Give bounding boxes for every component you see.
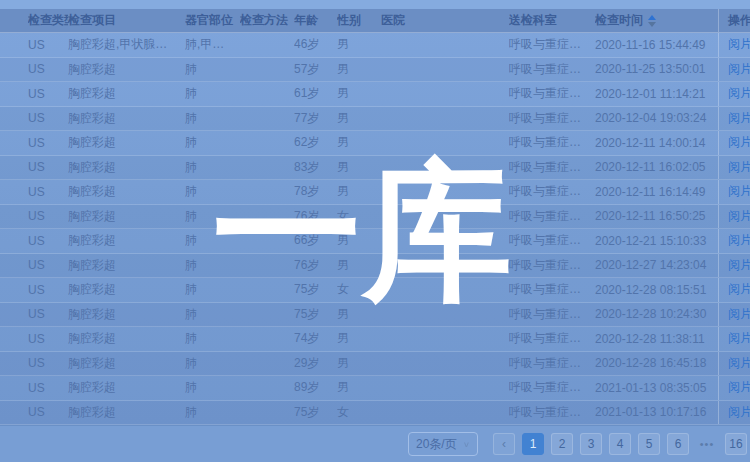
cell-gender: 男 xyxy=(337,330,381,347)
view-film-link[interactable]: 阅片 xyxy=(728,85,750,102)
page-size-select[interactable]: 20条/页 ∨ xyxy=(408,432,478,456)
col-header-exam-method: 检查方法 xyxy=(240,12,294,29)
sort-caret-up-icon xyxy=(648,15,656,20)
view-film-link[interactable]: 阅片 xyxy=(728,208,750,225)
table-row: US 胸腔彩超 肺 76岁 男 呼吸与重症医... 2020-12-27 14:… xyxy=(0,254,750,279)
cell-exam-item: 胸腔彩超 xyxy=(68,208,185,225)
cell-action: 阅片 xyxy=(718,33,750,57)
cell-organ-site: 肺 xyxy=(185,61,240,78)
cell-exam-item: 胸腔彩超 xyxy=(68,404,185,421)
page-button-16[interactable]: 16 xyxy=(725,433,747,455)
prev-page-button[interactable]: ‹ xyxy=(493,433,515,455)
cell-age: 78岁 xyxy=(294,183,337,200)
cell-exam-item: 胸腔彩超 xyxy=(68,61,185,78)
table-body: US 胸腔彩超,甲状腺彩超 肺,甲状... 46岁 男 呼吸与重症医... 20… xyxy=(0,33,750,425)
view-film-link[interactable]: 阅片 xyxy=(728,232,750,249)
cell-exam-type: US xyxy=(28,62,68,76)
cell-organ-site: 肺 xyxy=(185,208,240,225)
cell-exam-type: US xyxy=(28,258,68,272)
view-film-link[interactable]: 阅片 xyxy=(728,379,750,396)
cell-action: 阅片 xyxy=(718,254,750,278)
view-film-link[interactable]: 阅片 xyxy=(728,306,750,323)
cell-exam-type: US xyxy=(28,209,68,223)
cell-age: 29岁 xyxy=(294,355,337,372)
col-header-gender: 性别 xyxy=(337,12,381,29)
cell-organ-site: 肺 xyxy=(185,355,240,372)
cell-exam-item: 胸腔彩超,甲状腺彩超 xyxy=(68,36,185,53)
col-header-sending-dept: 送检科室 xyxy=(509,12,595,29)
cell-action: 阅片 xyxy=(718,107,750,131)
col-header-exam-item: 检查项目 xyxy=(68,12,185,29)
view-film-link[interactable]: 阅片 xyxy=(728,134,750,151)
sorter-icon[interactable] xyxy=(648,15,656,27)
cell-exam-type: US xyxy=(28,356,68,370)
page-button-4[interactable]: 4 xyxy=(609,433,631,455)
cell-exam-time: 2020-12-21 15:10:33 xyxy=(595,234,718,248)
cell-age: 61岁 xyxy=(294,85,337,102)
cell-exam-time: 2020-12-28 16:45:18 xyxy=(595,356,718,370)
cell-organ-site: 肺 xyxy=(185,379,240,396)
page-button-6[interactable]: 6 xyxy=(667,433,689,455)
cell-age: 74岁 xyxy=(294,330,337,347)
exam-list-screen: 检查类型 检查项目 器官部位 检查方法 年龄 性别 医院 送检科室 检查时间 操… xyxy=(0,0,750,462)
cell-action: 阅片 xyxy=(718,131,750,155)
view-film-link[interactable]: 阅片 xyxy=(728,330,750,347)
cell-exam-time: 2020-12-01 11:14:21 xyxy=(595,87,718,101)
cell-exam-time: 2020-12-11 16:02:05 xyxy=(595,160,718,174)
cell-gender: 女 xyxy=(337,281,381,298)
cell-exam-type: US xyxy=(28,111,68,125)
cell-action: 阅片 xyxy=(718,205,750,229)
cell-exam-item: 胸腔彩超 xyxy=(68,134,185,151)
sort-caret-down-icon xyxy=(648,22,656,27)
view-film-link[interactable]: 阅片 xyxy=(728,61,750,78)
col-header-hospital: 医院 xyxy=(381,12,509,29)
view-film-link[interactable]: 阅片 xyxy=(728,36,750,53)
cell-exam-time: 2020-12-04 19:03:24 xyxy=(595,111,718,125)
cell-exam-type: US xyxy=(28,38,68,52)
col-header-age: 年龄 xyxy=(294,12,337,29)
col-header-exam-type: 检查类型 xyxy=(28,12,68,29)
col-header-action: 操作 xyxy=(718,9,750,32)
cell-gender: 男 xyxy=(337,159,381,176)
view-film-link[interactable]: 阅片 xyxy=(728,183,750,200)
table-row: US 胸腔彩超 肺 75岁 男 呼吸与重症医... 2020-12-28 10:… xyxy=(0,303,750,328)
page-ellipsis[interactable]: ••• xyxy=(696,433,718,455)
page-button-2[interactable]: 2 xyxy=(551,433,573,455)
table-row: US 胸腔彩超 肺 83岁 男 呼吸与重症医... 2020-12-11 16:… xyxy=(0,156,750,181)
cell-age: 83岁 xyxy=(294,159,337,176)
chevron-down-icon: ∨ xyxy=(463,440,470,449)
table-row: US 胸腔彩超 肺 76岁 女 呼吸与重症医... 2020-12-11 16:… xyxy=(0,205,750,230)
cell-age: 77岁 xyxy=(294,110,337,127)
cell-sending-dept: 呼吸与重症医... xyxy=(509,306,595,323)
cell-exam-item: 胸腔彩超 xyxy=(68,232,185,249)
table-row: US 胸腔彩超 肺 29岁 男 呼吸与重症医... 2020-12-28 16:… xyxy=(0,352,750,377)
page-button-3[interactable]: 3 xyxy=(580,433,602,455)
cell-sending-dept: 呼吸与重症医... xyxy=(509,61,595,78)
cell-exam-time: 2020-11-16 15:44:49 xyxy=(595,38,718,52)
cell-action: 阅片 xyxy=(718,156,750,180)
cell-exam-time: 2020-12-11 14:00:14 xyxy=(595,136,718,150)
cell-exam-time: 2020-11-25 13:50:01 xyxy=(595,62,718,76)
view-film-link[interactable]: 阅片 xyxy=(728,110,750,127)
cell-exam-type: US xyxy=(28,160,68,174)
page-button-5[interactable]: 5 xyxy=(638,433,660,455)
cell-gender: 女 xyxy=(337,208,381,225)
table-row: US 胸腔彩超 肺 57岁 男 呼吸与重症医... 2020-11-25 13:… xyxy=(0,58,750,83)
view-film-link[interactable]: 阅片 xyxy=(728,404,750,421)
page-button-1[interactable]: 1 xyxy=(522,433,544,455)
cell-sending-dept: 呼吸与重症医... xyxy=(509,379,595,396)
cell-exam-time: 2020-12-28 08:15:51 xyxy=(595,283,718,297)
cell-age: 75岁 xyxy=(294,306,337,323)
col-header-exam-time-sortable[interactable]: 检查时间 xyxy=(595,12,718,29)
view-film-link[interactable]: 阅片 xyxy=(728,257,750,274)
view-film-link[interactable]: 阅片 xyxy=(728,159,750,176)
cell-gender: 男 xyxy=(337,306,381,323)
view-film-link[interactable]: 阅片 xyxy=(728,355,750,372)
pagination-bar: 20条/页 ∨ ‹ 1 2 3 4 5 6 ••• 16 xyxy=(0,425,750,462)
cell-action: 阅片 xyxy=(718,376,750,400)
view-film-link[interactable]: 阅片 xyxy=(728,281,750,298)
cell-sending-dept: 呼吸与重症医... xyxy=(509,355,595,372)
cell-action: 阅片 xyxy=(718,352,750,376)
cell-gender: 男 xyxy=(337,379,381,396)
cell-organ-site: 肺 xyxy=(185,159,240,176)
